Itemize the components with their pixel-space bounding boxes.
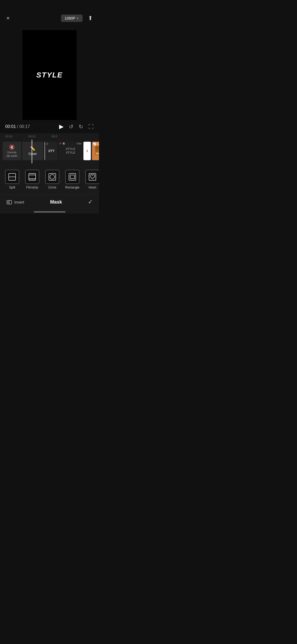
mask-title: Mask [50,199,62,205]
loop-icon: ↺ [46,142,48,145]
mask-items-list: Split Filmstrip [0,167,99,192]
mute-icon-2: 🔇 [62,142,65,145]
marker-2: 00:0 [51,135,57,138]
home-pill [34,211,65,213]
mask-icon-box-circle [45,170,59,184]
svg-rect-8 [30,179,31,180]
mask-label-rectangle: Rectangle [65,186,79,189]
mask-item-heart[interactable]: Heart [83,168,99,191]
filmstrip-icon [28,173,36,181]
current-time: 00:01 [5,124,16,129]
svg-rect-15 [89,173,96,180]
track-style-1[interactable]: ↺ STY [44,142,58,160]
svg-rect-10 [34,179,35,180]
mask-icon-box-rectangle [65,170,79,184]
resolution-button[interactable]: 1080P ▼ [61,15,83,22]
resolution-label: 1080P [65,16,75,20]
chevron-down-icon: ▼ [76,17,79,20]
track-style-2[interactable]: ↺ 🔇 0.5x STYLESTYLE [59,142,82,160]
mask-item-rectangle[interactable]: Rectangle [63,168,82,191]
track-pause[interactable]: I [83,142,91,160]
svg-rect-9 [32,179,33,180]
heart-icon [88,173,96,181]
mask-item-circle[interactable]: Circle [43,168,62,191]
mask-icon-box-split [5,170,19,184]
mask-item-filmstrip[interactable]: Filmstrip [23,168,42,191]
track-audio-mute[interactable]: 🔇 Unmuteclip audio [3,142,21,160]
preview-container: STYLE [0,27,99,120]
svg-rect-5 [30,174,31,175]
playback-buttons: ▶ ↺ ↻ ⛶ [59,123,94,130]
style-text-2: STYLESTYLE [66,147,75,154]
timeline-tracks: 🔇 Unmuteclip audio ✏️ Cover ↺ STY ↺ 🔇 0.… [0,140,99,163]
mask-label-filmstrip: Filmstrip [26,186,38,189]
svg-rect-7 [34,174,35,175]
mask-label-circle: Circle [48,186,56,189]
bottom-bar: Invert Mask ✓ [0,195,99,209]
svg-point-12 [50,174,55,179]
time-markers: 00:00 00:02 00:0 [0,135,99,138]
cover-edit-icon: ✏️ [30,146,35,151]
pause-label: I [87,149,87,153]
total-time: 00:17 [19,124,30,129]
mask-label-split: Split [9,186,15,189]
home-indicator [0,209,99,214]
mute-icon: 🔇 [9,144,15,150]
gradient-label: Gra... [97,142,99,145]
mask-icon-box-heart [85,170,99,184]
track-gradient[interactable]: 📈 Gra... × The [92,142,99,160]
mute-label: Unmuteclip audio [6,151,17,158]
style-text-1: STY [48,149,54,153]
mask-label-heart: Heart [88,186,96,189]
top-bar-center: 1080P ▼ ⬆ [61,14,94,23]
svg-rect-14 [70,175,74,179]
preview-title: STYLE [36,71,63,79]
mask-icon-box-filmstrip [25,170,39,184]
fullscreen-button[interactable]: ⛶ [88,124,94,130]
top-bar: × 1080P ▼ ⬆ [0,0,99,27]
rectangle-icon [68,173,76,181]
redo-button[interactable]: ↻ [79,123,83,130]
svg-rect-20 [7,200,9,204]
time-separator: / [17,124,18,129]
invert-icon [6,199,12,205]
close-button[interactable]: × [5,14,11,23]
speed-label: 0.5x [77,142,81,145]
invert-label: Invert [14,200,24,204]
circle-icon [48,173,56,181]
track-cover[interactable]: ✏️ Cover [22,142,43,160]
timeline-playhead [32,140,32,163]
export-button[interactable]: ⬆ [87,14,94,23]
cover-label: Cover [29,152,37,156]
svg-rect-13 [69,173,76,180]
play-button[interactable]: ▶ [59,123,64,130]
time-display: 00:01 / 00:17 [5,124,30,129]
invert-button[interactable]: Invert [6,199,24,205]
timeline-controls: 00:01 / 00:17 ▶ ↺ ↻ ⛶ [0,120,99,133]
video-preview: STYLE [22,30,77,120]
track-row: 🔇 Unmuteclip audio ✏️ Cover ↺ STY ↺ 🔇 0.… [0,140,99,162]
timeline-scrubber: 00:00 00:02 00:0 🔇 Unmuteclip audio ✏️ C… [0,133,99,163]
undo-button[interactable]: ↺ [69,123,73,130]
confirm-button[interactable]: ✓ [88,199,93,205]
mask-options: Split Filmstrip [0,163,99,195]
gradient-chart-icon: 📈 [93,142,96,145]
marker-0: 00:00 [5,135,13,138]
speed-icon: ↺ [59,142,61,145]
mask-item-split[interactable]: Split [3,168,22,191]
marker-1: 00:02 [29,135,36,138]
split-icon [8,173,16,181]
svg-rect-6 [32,174,33,175]
